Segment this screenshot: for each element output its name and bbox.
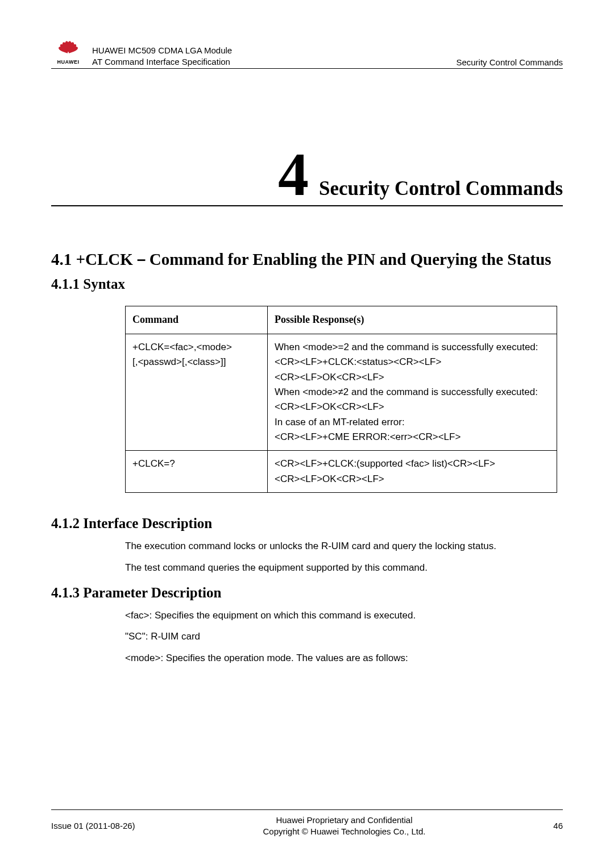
para-4-1-3-3: <mode>: Specifies the operation mode. Th… — [125, 651, 563, 665]
th-command: Command — [126, 306, 268, 334]
header-section-name: Security Control Commands — [456, 57, 563, 67]
section-4-1-2-heading: 4.1.2 Interface Description — [51, 516, 563, 531]
header-doc-title: HUAWEI MC509 CDMA LGA Module AT Command … — [92, 45, 232, 67]
cell-response-1: <CR><LF>+CLCK:(supported <fac> list)<CR>… — [268, 451, 557, 493]
para-4-1-3-2: "SC": R-UIM card — [125, 630, 563, 643]
para-4-1-3-1: <fac>: Specifies the equipment on which … — [125, 609, 563, 622]
resp-line: <CR><LF>OK<CR><LF> — [275, 472, 550, 487]
cell-response-0: When <mode>=2 and the command is success… — [268, 334, 557, 450]
section-4-1-heading: 4.1 +CLCK－Command for Enabling the PIN a… — [51, 249, 563, 269]
header-doc-title-line1: HUAWEI MC509 CDMA LGA Module — [92, 45, 232, 56]
page-footer: Issue 01 (2011-08-26) Huawei Proprietary… — [51, 809, 563, 837]
table-row: +CLCK=<fac>,<mode> [,<passwd>[,<class>]]… — [126, 334, 557, 450]
footer-page-number: 46 — [553, 821, 563, 830]
section-4-1-1-heading: 4.1.1 Syntax — [51, 276, 563, 292]
cell-command-1: +CLCK=? — [126, 451, 268, 493]
resp-line: When <mode>≠2 and the command is success… — [275, 385, 550, 400]
resp-line: <CR><LF>OK<CR><LF> — [275, 400, 550, 414]
footer-issue: Issue 01 (2011-08-26) — [51, 821, 135, 830]
para-4-1-2-2: The test command queries the equipment s… — [125, 561, 563, 575]
footer-line1: Huawei Proprietary and Confidential — [135, 815, 554, 826]
footer-center: Huawei Proprietary and Confidential Copy… — [135, 815, 554, 837]
section-4-1-3-heading: 4.1.3 Parameter Description — [51, 585, 563, 601]
para-4-1-2-1: The execution command locks or unlocks t… — [125, 539, 563, 553]
th-response: Possible Response(s) — [268, 306, 557, 334]
logo-petals-icon — [55, 40, 82, 60]
chapter-title: Security Control Commands — [319, 177, 563, 200]
cell-command-0: +CLCK=<fac>,<mode> [,<passwd>[,<class>]] — [126, 334, 268, 450]
resp-line: <CR><LF>+CLCK:(supported <fac> list)<CR>… — [275, 456, 550, 471]
chapter-number: 4 — [278, 148, 309, 201]
page-header: HUAWEI HUAWEI MC509 CDMA LGA Module AT C… — [51, 40, 563, 69]
header-doc-title-line2: AT Command Interface Specification — [92, 56, 232, 68]
huawei-logo: HUAWEI — [51, 40, 85, 67]
table-row: +CLCK=? <CR><LF>+CLCK:(supported <fac> l… — [126, 451, 557, 493]
footer-line2: Copyright © Huawei Technologies Co., Ltd… — [135, 826, 554, 837]
chapter-heading: 4 Security Control Commands — [51, 148, 563, 206]
cmd-line: +CLCK=<fac>,<mode> [,<passwd>[,<class>]] — [132, 340, 260, 370]
resp-line: In case of an MT-related error: — [275, 415, 550, 430]
resp-line: <CR><LF>+CLCK:<status><CR><LF> — [275, 355, 550, 369]
resp-line: <CR><LF>+CME ERROR:<err><CR><LF> — [275, 430, 550, 445]
table-header-row: Command Possible Response(s) — [126, 306, 557, 334]
resp-line: <CR><LF>OK<CR><LF> — [275, 370, 550, 385]
resp-line: When <mode>=2 and the command is success… — [275, 340, 550, 355]
syntax-table: Command Possible Response(s) +CLCK=<fac>… — [125, 306, 557, 493]
